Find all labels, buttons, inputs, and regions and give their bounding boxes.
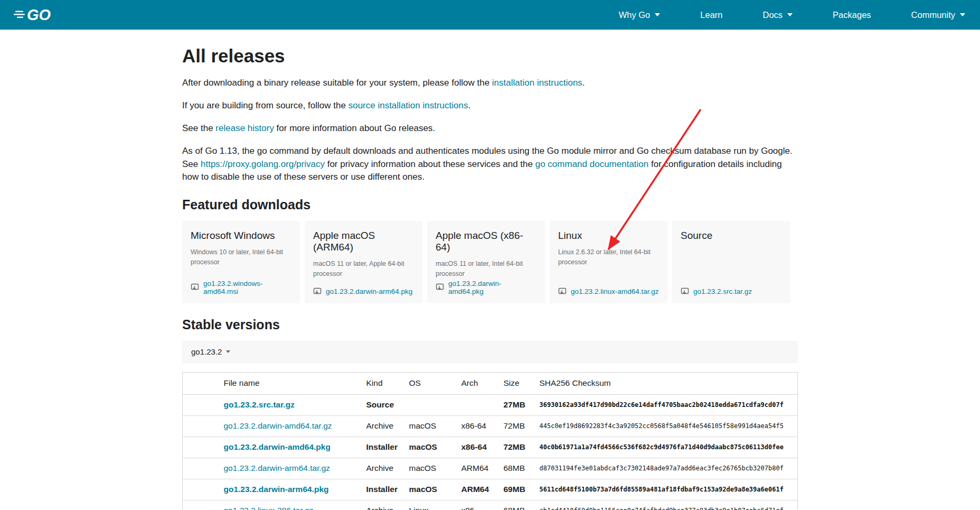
- os-cell: macOS: [409, 458, 461, 479]
- card-title: Linux: [558, 230, 659, 242]
- kind-cell: Installer: [366, 479, 409, 500]
- card-subtitle: Windows 10 or later, Intel 64-bit proces…: [191, 247, 291, 268]
- download-icon: [558, 288, 567, 295]
- table-row: go1.23.2.darwin-amd64.tar.gz Archive mac…: [183, 415, 798, 437]
- table-row: go1.23.2.darwin-amd64.pkg Installer macO…: [183, 437, 798, 458]
- os-cell: [409, 394, 461, 415]
- nav-item-community[interactable]: Community: [911, 10, 965, 20]
- featured-downloads-heading: Featured downloads: [182, 197, 798, 212]
- sha256-cell: 36930162a93df417d90bd22c6e14daff4705baac…: [540, 394, 798, 415]
- size-cell: 72MB: [504, 415, 540, 437]
- go-logo-icon: GO: [14, 6, 57, 23]
- file-link[interactable]: go1.23.2.darwin-amd64.pkg: [224, 442, 331, 451]
- nav-item-learn[interactable]: Learn: [700, 10, 722, 20]
- download-link-linux-amd64[interactable]: go1.23.2.linux-amd64.tar.gz: [558, 288, 659, 295]
- download-link-src[interactable]: go1.23.2.src.tar.gz: [681, 288, 781, 295]
- intro-paragraph-4: As of Go 1.13, the go command by default…: [182, 145, 798, 183]
- col-kind: Kind: [366, 372, 409, 394]
- spacer-cell: [183, 437, 224, 458]
- size-cell: 27MB: [504, 394, 540, 415]
- page-title: All releases: [182, 45, 798, 67]
- proxy-privacy-link[interactable]: https://proxy.golang.org/privacy: [201, 159, 325, 169]
- table-header-row: File name Kind OS Arch Size SHA256 Check…: [183, 372, 798, 394]
- spacer-cell: [183, 415, 224, 437]
- size-cell: 72MB: [504, 437, 540, 458]
- nav-item-label: Packages: [833, 10, 871, 20]
- spacer-cell: [183, 479, 224, 500]
- arch-cell: x86-64: [461, 415, 504, 437]
- col-size: Size: [504, 372, 540, 394]
- col-os: OS: [409, 372, 461, 394]
- featured-card-windows: Microsoft Windows Windows 10 or later, I…: [182, 221, 300, 303]
- file-link[interactable]: go1.23.2.darwin-arm64.tar.gz: [224, 463, 331, 472]
- download-link-windows[interactable]: go1.23.2.windows-amd64.msi: [191, 280, 291, 295]
- text: .: [468, 100, 470, 110]
- text: for more information about Go releases.: [274, 123, 435, 133]
- nav-item-why-go[interactable]: Why Go: [619, 10, 661, 20]
- arch-cell: x86-64: [461, 437, 504, 458]
- stable-versions-heading: Stable versions: [182, 317, 798, 332]
- arch-cell: [461, 394, 504, 415]
- os-cell: Linux: [409, 500, 461, 510]
- go-logo[interactable]: GO: [14, 6, 57, 23]
- col-arch: Arch: [461, 372, 504, 394]
- version-selector-label: go1.23.2: [191, 347, 222, 356]
- os-cell: macOS: [409, 437, 461, 458]
- featured-card-linux: Linux Linux 2.6.32 or later, Intel 64-bi…: [550, 221, 667, 303]
- version-selector[interactable]: go1.23.2: [182, 341, 798, 363]
- file-link[interactable]: go1.23.2.darwin-arm64.pkg: [224, 485, 329, 494]
- nav-item-docs[interactable]: Docs: [763, 10, 793, 20]
- nav-item-label: Why Go: [619, 10, 651, 20]
- source-installation-instructions-link[interactable]: source installation instructions: [348, 100, 468, 110]
- arch-cell: x86: [461, 500, 504, 510]
- text: If you are building from source, follow …: [182, 100, 348, 110]
- featured-card-macos-x86: Apple macOS (x86-64) macOS 11 or later, …: [427, 221, 545, 303]
- download-icon: [313, 288, 322, 295]
- text: See the: [182, 123, 215, 133]
- sha256-cell: 40c0b61971a1a74fd4566c536f682c9d4976fa71…: [540, 437, 798, 458]
- download-icon: [436, 283, 445, 291]
- text: for privacy information about these serv…: [325, 159, 535, 169]
- download-file-name: go1.23.2.linux-amd64.tar.gz: [571, 288, 659, 295]
- card-subtitle: Linux 2.6.32 or later, Intel 64-bit proc…: [558, 247, 659, 268]
- nav-item-packages[interactable]: Packages: [833, 10, 871, 20]
- file-link[interactable]: go1.23.2.src.tar.gz: [224, 400, 295, 409]
- navbar: GO Why Go Learn Docs Packages Community: [0, 0, 980, 30]
- text: After downloading a binary release suita…: [182, 78, 492, 88]
- col-file-name: File name: [224, 372, 366, 394]
- table-row: go1.23.2.src.tar.gz Source 27MB 36930162…: [183, 394, 798, 415]
- text: .: [582, 78, 585, 88]
- release-history-link[interactable]: release history: [215, 123, 274, 133]
- featured-cards: Microsoft Windows Windows 10 or later, I…: [182, 221, 798, 303]
- go-command-documentation-link[interactable]: go command documentation: [535, 159, 649, 169]
- download-icon: [191, 283, 200, 291]
- card-title: Microsoft Windows: [191, 230, 291, 242]
- file-link[interactable]: go1.23.2.linux-386.tar.gz: [224, 506, 314, 510]
- sha256-cell: 445c0ef19d8692283f4c3a92052cc0568f5a048f…: [540, 415, 798, 437]
- kind-cell: Archive: [366, 415, 409, 437]
- caret-down-icon: [655, 13, 660, 16]
- downloads-table: File name Kind OS Arch Size SHA256 Check…: [182, 372, 798, 510]
- sha256-cell: d87031194fe3e01abdcaf3c7302148ade97a7add…: [540, 458, 798, 479]
- card-title: Apple macOS (ARM64): [313, 230, 414, 253]
- download-file-name: go1.23.2.darwin-arm64.pkg: [326, 288, 412, 295]
- intro-paragraph-1: After downloading a binary release suita…: [182, 77, 798, 89]
- svg-text:GO: GO: [27, 6, 51, 23]
- nav-item-label: Learn: [700, 10, 722, 20]
- table-row: go1.23.2.darwin-arm64.pkg Installer macO…: [183, 479, 798, 500]
- kind-cell: Archive: [366, 500, 409, 510]
- spacer-cell: [183, 394, 224, 415]
- arch-cell: ARM64: [461, 458, 504, 479]
- spacer-cell: [183, 458, 224, 479]
- arch-cell: ARM64: [461, 479, 504, 500]
- download-icon: [681, 288, 690, 295]
- card-title: Source: [681, 230, 781, 242]
- installation-instructions-link[interactable]: installation instructions: [492, 78, 582, 88]
- download-link-darwin-arm64[interactable]: go1.23.2.darwin-arm64.pkg: [313, 288, 414, 295]
- download-file-name: go1.23.2.src.tar.gz: [693, 288, 752, 295]
- file-link[interactable]: go1.23.2.darwin-amd64.tar.gz: [224, 421, 332, 430]
- size-cell: 68MB: [504, 458, 540, 479]
- intro-paragraph-3: See the release history for more informa…: [182, 122, 798, 135]
- download-link-darwin-amd64[interactable]: go1.23.2.darwin-amd64.pkg: [436, 280, 536, 295]
- spacer-cell: [183, 372, 224, 394]
